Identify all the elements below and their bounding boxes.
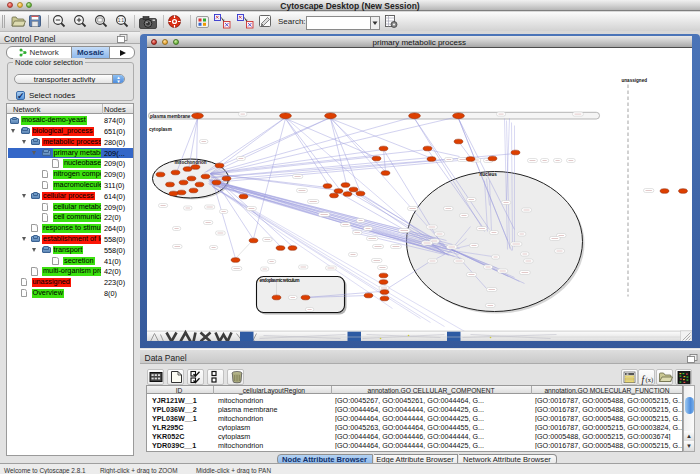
svg-text:cytoplasm: cytoplasm <box>149 126 172 131</box>
svg-text:plasma membrane: plasma membrane <box>150 113 191 118</box>
svg-text:endoplasmic reticulum: endoplasmic reticulum <box>259 278 299 283</box>
svg-text:unassigned: unassigned <box>621 77 647 82</box>
svg-text:Search:: Search: <box>278 17 306 26</box>
svg-text:nucleus: nucleus <box>479 171 497 176</box>
svg-text:mitochondrion: mitochondrion <box>174 159 206 164</box>
svg-text:1:1: 1:1 <box>118 18 125 23</box>
svg-text:(x): (x) <box>645 376 653 384</box>
